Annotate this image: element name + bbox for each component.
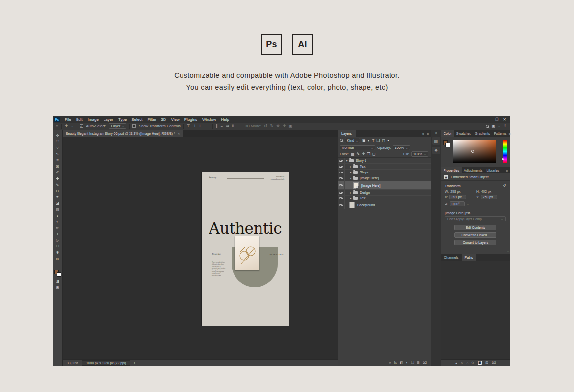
lock-transparency-icon[interactable]: ▦ [351, 152, 355, 156]
chevron-closed-icon[interactable]: ▸ [349, 165, 353, 168]
hand-tool[interactable]: ✱ [53, 249, 62, 256]
filter-adjustment-icon[interactable]: ◐ [368, 138, 370, 143]
align-right-icon[interactable]: ⊢ [200, 124, 203, 128]
zoom-tool[interactable]: ⊕ [53, 256, 62, 262]
new-path-icon[interactable]: ▣ [478, 361, 482, 365]
auto-select-target-select[interactable]: Layer ⌄ [109, 123, 126, 129]
blur-tool[interactable]: ◗ [53, 213, 62, 219]
move-tool-chevron-icon[interactable]: ⌄ [71, 124, 74, 128]
fill-path-icon[interactable]: ● [455, 361, 457, 365]
layer-row-text1[interactable]: ▸ Text [338, 164, 431, 170]
layer-row-text2[interactable]: ▸ Text [338, 196, 431, 201]
minimize-icon[interactable]: – [489, 117, 491, 122]
lock-all-icon[interactable]: ◻ [372, 152, 376, 156]
distribute-vertical-icon[interactable]: ∥ [216, 124, 218, 128]
healing-brush-tool[interactable]: ✚ [53, 175, 62, 182]
eraser-tool[interactable]: ◪ [53, 200, 62, 207]
menu-filter[interactable]: Filter [145, 117, 159, 122]
gradient-tool[interactable]: ▨ [53, 206, 62, 213]
tab-properties[interactable]: Properties [441, 167, 462, 173]
filter-smart-object-icon[interactable]: ◻ [382, 138, 386, 143]
menu-help[interactable]: Help [218, 117, 231, 122]
poster-artwork[interactable]: Beauty Welcome to my good essentials Aut… [202, 172, 289, 326]
background-color-swatch[interactable] [57, 272, 61, 277]
hue-slider-knob[interactable] [502, 158, 504, 160]
chevron-closed-icon[interactable]: ▸ [349, 196, 353, 200]
chevron-open-icon[interactable]: ▾ [349, 176, 353, 180]
y-input[interactable]: 759 px [481, 195, 497, 199]
visibility-toggle[interactable] [338, 190, 345, 195]
close-icon[interactable]: ✕ [503, 117, 506, 122]
scroll-chevron-icon[interactable]: ⌄ [507, 249, 509, 253]
tab-layers[interactable]: Layers [338, 130, 356, 137]
reset-transform-icon[interactable]: ↺ [503, 184, 506, 188]
collapse-panel-icon[interactable]: » [422, 132, 424, 136]
dodge-tool[interactable]: ◐ [53, 219, 62, 225]
fill-select[interactable]: 100% ⌄ [411, 151, 428, 157]
more-options-icon[interactable]: ⋯ [238, 124, 242, 128]
history-panel-icon[interactable]: ▤ [432, 137, 440, 145]
filter-type-icon[interactable]: T [372, 138, 374, 143]
libraries-panel-icon[interactable]: ❖ [432, 147, 440, 154]
crop-tool[interactable]: ⌗ [53, 157, 62, 163]
eyedropper-tool[interactable]: ✐ [53, 170, 62, 176]
blend-mode-select[interactable]: Normal ⌄ [340, 145, 375, 150]
layer-row-story6[interactable]: ▾ Story 6 [338, 158, 431, 164]
edit-toolbar-icon[interactable]: ⋯ [53, 262, 62, 268]
link-layers-icon[interactable]: ∞ [389, 361, 391, 364]
tab-swatches[interactable]: Swatches [454, 130, 473, 137]
layer-row-design[interactable]: ▸ Design [338, 190, 431, 196]
zoom-level[interactable]: 33,33% [67, 361, 78, 365]
visibility-toggle[interactable] [338, 164, 345, 169]
workspace-chevron-icon[interactable]: ⌄ [498, 124, 500, 128]
filter-toggle-icon[interactable]: ● [387, 139, 389, 142]
selection-from-path-icon[interactable]: ◌ [466, 361, 468, 365]
menu-edit[interactable]: Edit [74, 117, 85, 122]
menu-3d[interactable]: 3D [158, 117, 168, 122]
opacity-select[interactable]: 100% ⌄ [393, 145, 410, 150]
panel-menu-icon[interactable]: ≡ [427, 132, 429, 136]
auto-select-checkbox[interactable]: ✓ [80, 124, 83, 128]
hue-slider[interactable] [503, 140, 507, 163]
angle-input[interactable]: 0,00° [450, 201, 465, 206]
screen-mode-icon[interactable]: ▣ [53, 284, 62, 291]
panel-menu-icon[interactable]: ≡ [509, 132, 511, 136]
chevron-closed-icon[interactable]: ▸ [349, 191, 353, 194]
visibility-toggle[interactable] [338, 181, 345, 189]
background-color-swatch[interactable] [445, 143, 450, 147]
background-thumbnail[interactable] [349, 202, 355, 208]
document-tab[interactable]: Beauty Elegant Instagram Story 06.psd @ … [63, 130, 183, 137]
brush-tool[interactable]: ✎ [53, 182, 62, 188]
home-icon[interactable]: ⌂ [56, 124, 58, 128]
move-tool[interactable]: ✛ [53, 132, 62, 139]
visibility-toggle[interactable] [338, 201, 345, 209]
share-icon[interactable]: ↥ [503, 124, 507, 128]
tab-patterns[interactable]: Patterns [492, 130, 508, 137]
restore-icon[interactable]: ❐ [495, 117, 498, 122]
color-cursor[interactable] [471, 150, 474, 153]
search-icon[interactable] [486, 125, 489, 128]
chevron-closed-icon[interactable]: ▸ [349, 171, 353, 174]
menu-type[interactable]: Type [116, 117, 129, 122]
lock-pixels-icon[interactable]: ✎ [357, 152, 360, 156]
menu-image[interactable]: Image [85, 117, 101, 122]
tab-adjustments[interactable]: Adjustments [462, 167, 485, 173]
show-transform-checkbox[interactable] [132, 124, 136, 128]
canvas-area[interactable]: Beauty Welcome to my good essentials Aut… [63, 137, 338, 359]
add-path-icon[interactable]: ⊡ [485, 361, 488, 365]
visibility-toggle[interactable] [338, 170, 345, 175]
menu-select[interactable]: Select [129, 117, 145, 122]
delete-layer-icon[interactable]: ⌧ [423, 361, 427, 365]
frame-tool[interactable]: ⊠ [53, 163, 62, 170]
layer-comp-select[interactable]: Don't Apply Layer Comp ⌄ [445, 216, 506, 221]
menu-plugins[interactable]: Plugins [182, 117, 200, 122]
tab-paths[interactable]: Paths [462, 254, 476, 261]
align-left-icon[interactable]: ⊤ [187, 124, 190, 128]
distribute-left-icon[interactable]: ⫤ [226, 124, 229, 129]
tab-channels[interactable]: Channels [441, 254, 462, 261]
expand-dock-icon[interactable]: « [435, 131, 437, 135]
layer-row-image-here-group[interactable]: ▾ [Image Here] [338, 175, 431, 181]
quick-selection-tool[interactable]: ↖ [53, 151, 62, 157]
layer-row-image-here-selected[interactable]: [Image Here] [338, 181, 431, 190]
lock-position-icon[interactable]: ✛ [362, 152, 365, 156]
